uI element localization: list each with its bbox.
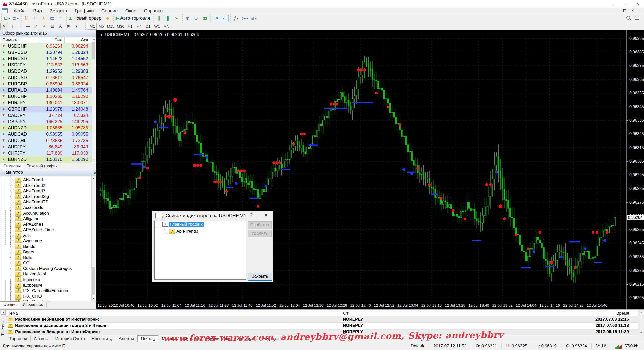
scroll-up-icon[interactable]: ▲ [638, 311, 644, 314]
bar-chart-mode-button[interactable]: ∥ [155, 15, 163, 22]
timeframe-d1[interactable]: D1 [144, 23, 153, 30]
arrow-label-tool[interactable]: ⚑ [65, 23, 72, 30]
mail-row[interactable]: Расписание вебинаров от ИнстаФорексNOREP… [6, 329, 638, 335]
navigator-item-abletrend3[interactable]: ƒAbleTrend3 [15, 188, 91, 194]
child-restore-button[interactable] [621, 8, 628, 13]
navigator-item-bears[interactable]: ƒBears [15, 249, 91, 255]
navigator-item-bands[interactable]: ƒBands [15, 244, 91, 249]
timeframe-h4[interactable]: H4 [135, 23, 144, 30]
market-watch-row-eurnzd[interactable]: ▲EURNZD1.581701.58290 [0, 156, 92, 163]
navigator-item-cci[interactable]: ƒCCI [15, 260, 91, 266]
equidistant-channel-tool[interactable]: ∕∕ [41, 23, 48, 30]
market-watch-row-eurgbp[interactable]: ▼EURGBP0.889040.88934 [0, 81, 92, 87]
timeframe-m30[interactable]: M30 [116, 23, 126, 30]
market-watch-row-gbpusd[interactable]: ▲GBPUSD1.287941.28824 [0, 49, 92, 56]
market-watch-row-usdcad[interactable]: ▲USDCAD1.293531.29383 [0, 68, 92, 75]
terminal-scrollbar[interactable]: ▲ ▼ [638, 310, 644, 335]
terminal-tab-новости[interactable]: Новости99 [88, 336, 115, 342]
tab-символы[interactable]: Символы [0, 163, 24, 169]
maximize-button[interactable] [620, 0, 632, 7]
menu-item-окно[interactable]: Окно [122, 8, 140, 14]
navigator-item-apazones-time[interactable]: ƒAPAZones Time [15, 227, 91, 233]
dropdown-caret-icon[interactable]: ▾ [255, 17, 256, 20]
timeframe-mn[interactable]: MN [162, 23, 171, 30]
market-watch-row-audchf[interactable]: ▼AUDCHF0.736360.73736 [0, 137, 92, 144]
templates-button[interactable]: ▨▾ [249, 15, 257, 22]
terminal-tab-активы[interactable]: Активы [31, 336, 52, 342]
market-watch-row-euraud[interactable]: ▲EURAUD1.496941.49764 [0, 87, 92, 93]
market-watch-row-chfjpy[interactable]: ▼CHFJPY117.839117.939 [0, 150, 92, 156]
terminal-tab-библиотека[interactable]: Библиотека [204, 336, 234, 342]
tree-row-main-chart[interactable]: − ∿ Главный график [155, 221, 246, 228]
tree-child-label[interactable]: AbleTrend3 [176, 229, 198, 234]
timeframe-h1[interactable]: H1 [126, 23, 135, 30]
timeframe-w1[interactable]: W1 [153, 23, 162, 30]
line-chart-mode-button[interactable]: ∿ [172, 15, 180, 22]
status-profile[interactable]: Default [406, 343, 429, 349]
menu-item-сервис[interactable]: Сервис [98, 8, 122, 14]
strategy-tester-button[interactable]: ◔ [57, 15, 65, 22]
navigator-item-abletrendts[interactable]: ƒAbleTrendTS [15, 199, 91, 205]
navigator-item-abletrend1[interactable]: ƒAbleTrend1 [15, 177, 91, 183]
mail-row[interactable]: Расписание вебинаров от ИнстаФорексNOREP… [6, 316, 638, 323]
navigator-item-awesome[interactable]: ƒAwesome [15, 238, 91, 244]
scroll-up-icon[interactable]: ▲ [92, 38, 96, 40]
child-close-button[interactable]: ✕ [629, 8, 636, 13]
fibonacci-tool[interactable]: ≣ [49, 23, 56, 30]
dropdown-caret-icon[interactable]: ▾ [8, 17, 10, 20]
tab-общие[interactable]: Общие [0, 301, 20, 308]
tree-root-label[interactable]: Главный график [169, 222, 204, 227]
close-button[interactable]: ✕ [632, 0, 643, 7]
navigator-item-apazones[interactable]: ƒAPAZones [15, 222, 91, 227]
navigator-item-heiken-ashi[interactable]: ƒHeiken Ashi [15, 271, 91, 277]
market-watch-toggle-button[interactable]: ⇅ [22, 15, 30, 22]
terminal-tab-эксперты[interactable]: Эксперты [234, 336, 260, 342]
profiles-button[interactable]: ▤▾ [11, 15, 19, 22]
candlestick-mode-button[interactable]: ❚ [164, 15, 172, 22]
mail-row[interactable]: Изменения в расписании торгов 3 и 4 июля… [6, 323, 638, 329]
navigator-item-custom-moving-averages[interactable]: ƒCustom Moving Averages [15, 266, 91, 271]
zoom-in-button[interactable]: ⊕ [184, 15, 192, 22]
metaeditor-button[interactable]: ◆ [104, 15, 112, 22]
market-watch-scrollbar[interactable]: ▲ ▼ [92, 37, 96, 162]
navigator-item-atr[interactable]: ƒATR [15, 233, 91, 238]
periods-button[interactable]: ◷▾ [240, 15, 249, 22]
dropdown-caret-icon[interactable]: ▾ [237, 17, 238, 20]
navigator-item-abletrend2[interactable]: ƒAbleTrend2 [15, 183, 91, 188]
dialog-title-bar[interactable]: Список индикаторов на USDCHF,M1 ? ✕ [152, 211, 273, 221]
menu-item-файл[interactable]: Файл [10, 8, 29, 14]
navigator-item-ifx_camarilliaequation[interactable]: ƒIFX_CamarilliaEquation [15, 288, 91, 294]
navigator-item-bulls[interactable]: ƒBulls [15, 255, 91, 260]
market-watch-row-gbpchf[interactable]: ▲GBPCHF1.239781.24048 [0, 106, 92, 112]
terminal-tab-журнал[interactable]: Журнал [260, 336, 282, 342]
market-watch-row-cadjpy[interactable]: ▼CADJPY87.72487.824 [0, 112, 92, 119]
terminal-close-icon[interactable]: x [1, 310, 6, 315]
new-order-button[interactable]: ⊞Новый ордер [68, 15, 103, 22]
zoom-out-button[interactable]: ⊖ [192, 15, 200, 22]
crosshair-tool[interactable]: ✛ [8, 23, 16, 30]
navigator-item-iexposure[interactable]: ƒiExposure [15, 283, 91, 288]
navigator-item-abletrendsig[interactable]: ƒAbleTrendSig [15, 194, 91, 199]
menu-item-вставка[interactable]: Вставка [46, 8, 71, 14]
scroll-down-icon[interactable]: ▼ [92, 297, 96, 300]
navigator-item-accelerator[interactable]: ƒAccelerator [15, 205, 91, 211]
delete-button[interactable]: Удалить [248, 230, 272, 237]
terminal-tab-история-счета[interactable]: История Счета [52, 336, 89, 342]
data-window-button[interactable]: ✛ [31, 15, 39, 22]
shapes-dropdown-tool[interactable]: ▾ [73, 23, 80, 30]
market-watch-row-audcad[interactable]: ▲AUDCAD0.989550.99055 [0, 131, 92, 137]
navigator-item-ichimoku[interactable]: ƒIchimoku [15, 277, 91, 283]
navigator-item-alligator[interactable]: ƒAlligator [15, 216, 91, 222]
text-tool[interactable]: A [57, 23, 64, 30]
market-watch-row-gbpjpy[interactable]: ▼GBPJPY146.225146.295 [0, 119, 92, 125]
trendline-tool[interactable]: ∕ [32, 23, 40, 30]
menu-item-справка[interactable]: Справка [140, 8, 167, 14]
tile-windows-button[interactable]: ▦ [201, 15, 209, 22]
terminal-toggle-button[interactable]: ▤ [48, 15, 56, 22]
auto-trading-button[interactable]: ▶Авто-торговля [115, 15, 152, 22]
navigator-scrollbar[interactable]: ▲ ▼ [91, 176, 96, 301]
horizontal-line-tool[interactable]: — [24, 23, 32, 30]
tab-избранное[interactable]: Избранное [20, 302, 47, 307]
navigator-toggle-button[interactable]: ★ [39, 15, 48, 22]
market-watch-row-usdchf[interactable]: ▼USDCHF0.962640.96294 [0, 43, 92, 49]
